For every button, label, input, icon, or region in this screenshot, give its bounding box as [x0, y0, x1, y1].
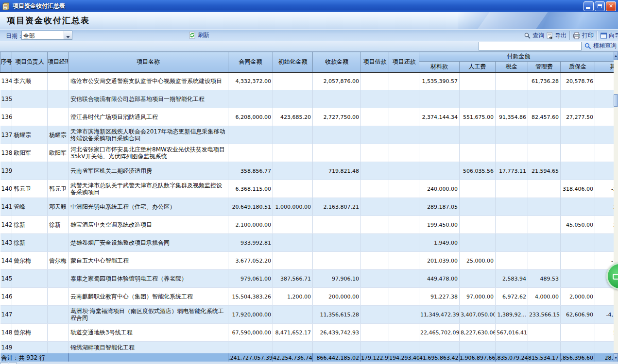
- cell-project-name: 葛洲坝·海棠福湾项目（南区度假式酒店）弱电智能化系统工程合同: [69, 306, 228, 324]
- cell-init: [273, 234, 313, 252]
- export-label: 导出: [555, 32, 566, 40]
- scroll-down-arrow[interactable]: ▼: [614, 353, 618, 362]
- cell-project-name: 雄宝酒店中央空调系统改造项目: [69, 216, 228, 234]
- cell-leader: 徐新: [12, 216, 48, 234]
- restore-button[interactable]: [595, 1, 605, 11]
- print-button[interactable]: 打印: [573, 32, 594, 40]
- cell-receipt: 97,906.10: [313, 270, 361, 288]
- vertical-scrollbar[interactable]: ▲ ▼: [614, 51, 618, 362]
- hscroll-thumb[interactable]: [9, 362, 17, 364]
- combobox-dropdown-button[interactable]: [64, 31, 72, 39]
- cell-tax: [496, 180, 528, 198]
- cell-no: 141: [0, 198, 12, 216]
- search-input[interactable]: [479, 42, 582, 50]
- cell-contract: 358,856.77: [228, 162, 273, 180]
- summary-table: 序号 项目负责人 项目经理 项目名称 合同金额 初始化金额 收款金额 项目借款 …: [0, 51, 618, 364]
- cell-material: 201,039.00: [419, 252, 460, 270]
- horizontal-scrollbar[interactable]: [0, 362, 618, 364]
- cell-manager: 邓天毅: [48, 198, 69, 216]
- cell-leader: [12, 108, 48, 126]
- wizard-label: 向导: [609, 32, 618, 40]
- cell-repay: [389, 324, 419, 342]
- scroll-up-arrow[interactable]: ▲: [614, 51, 618, 60]
- table-row[interactable]: 137 杨耀宗 杨耀宗 天津市滨海新区残疾人联合会2017年动态更新信息采集移动…: [0, 126, 618, 144]
- cell-contract: 6,208,000.00: [228, 108, 273, 126]
- scrollbar-thumb[interactable]: [614, 94, 618, 107]
- table-row[interactable]: 148 曾尔梅 轨道交通地铁3号线工程 67,590,000.00 8,471,…: [0, 324, 618, 342]
- cell-loan: [361, 324, 389, 342]
- cell-repay: [389, 198, 419, 216]
- refresh-label: 刷新: [198, 31, 209, 39]
- cell-no: 147: [0, 306, 12, 324]
- cell-project-name: 云南省军区机关二期经济适用房: [69, 162, 228, 180]
- date-combobox[interactable]: 全部: [21, 31, 72, 40]
- table-row[interactable]: 145 泰康之家蜀园项目体验馆弱电工程（养老院） 979,061.00 387,…: [0, 270, 618, 288]
- export-button[interactable]: 导出: [546, 32, 566, 40]
- table-row[interactable]: 144 曾尔梅 曾尔梅 蒙自五大中心智能工程 3,677,052.20 201,…: [0, 252, 618, 270]
- table-row[interactable]: 134 李六顺 临沧市公安局交通警察支队监管中心视频监管系统建设项目 4,332…: [0, 72, 618, 90]
- cell-receipt: [313, 252, 361, 270]
- close-button[interactable]: ✕: [606, 1, 616, 11]
- cell-tax: [496, 126, 528, 144]
- cell-receipt: 11,356,615.28: [313, 306, 361, 324]
- table-row[interactable]: 135 安信联合物流有限公司总部基地项目一期智能化工程: [0, 90, 618, 108]
- refresh-button[interactable]: 刷新: [189, 31, 209, 39]
- table-row[interactable]: 146 云南麒麟职业教育中心（集团）智能化系统工程 15,504,383.26 …: [0, 288, 618, 306]
- total-quality: ,856,396.60: [561, 353, 595, 363]
- cell-quality: [561, 198, 595, 216]
- cell-init: [273, 162, 313, 180]
- cell-loan: [361, 216, 389, 234]
- total-contract: ,241,727,057.39: [228, 353, 273, 363]
- cell-labor: [460, 234, 496, 252]
- cell-no: 140: [0, 180, 12, 198]
- wizard-button[interactable]: 向导: [600, 32, 618, 40]
- table-row[interactable]: 139 云南省军区机关二期经济适用房 358,856.77 719,821.48…: [0, 162, 618, 180]
- column-header-init: 初始化金额: [273, 52, 313, 72]
- hscroll-left-button[interactable]: [0, 362, 8, 364]
- cell-init: 1,000,000.00: [273, 198, 313, 216]
- minimize-button[interactable]: [584, 1, 594, 11]
- cell-tax: 1,389,92...: [496, 306, 528, 324]
- table-row[interactable]: 141 管峰 邓天毅 中洲阳光弱电系统工程（住宅、办公区） 20,649,180…: [0, 198, 618, 216]
- cell-labor: [460, 144, 496, 162]
- restore-icon: [598, 4, 602, 8]
- table-row[interactable]: 138 欧阳军 欧阳军 河北省张家口市怀安县北庄堡村8MW农业光伏扶贫发电项目3…: [0, 144, 618, 162]
- cell-init: [273, 306, 313, 324]
- cell-contract: 17,920,000.00: [228, 306, 273, 324]
- table-header: 序号 项目负责人 项目经理 项目名称 合同金额 初始化金额 收款金额 项目借款 …: [0, 52, 618, 72]
- fuzzy-query-button[interactable]: 模糊查询: [584, 42, 618, 50]
- cell-manager: [48, 108, 69, 126]
- cell-manager: [48, 288, 69, 306]
- cell-mgmt: [528, 342, 561, 353]
- table-row[interactable]: 149 锦绣湖畔项目智能化工程: [0, 342, 618, 353]
- table-row[interactable]: 143 徐新 楚雄卷烟厂安全设施整改项目承揽合同 933,992.81 1,94…: [0, 234, 618, 252]
- cell-tax: 2,583.94: [496, 270, 528, 288]
- column-header-tax: 税金: [496, 62, 528, 72]
- cell-leader: 曾尔梅: [12, 324, 48, 342]
- cell-receipt: 719,821.48: [313, 162, 361, 180]
- cell-contract: [228, 342, 273, 353]
- cell-tax: [496, 72, 528, 90]
- cell-project-name: 锦绣湖畔项目智能化工程: [69, 342, 228, 353]
- table-row[interactable]: 147 葛洲坝·海棠福湾项目（南区度假式酒店）弱电智能化系统工程合同 17,92…: [0, 306, 618, 324]
- table-row[interactable]: 136 澄江县时代广场项目消防通风工程 6,208,000.00 423,685…: [0, 108, 618, 126]
- cell-repay: [389, 306, 419, 324]
- table-row[interactable]: 142 徐新 徐新 雄宝酒店中央空调系统改造项目 2,100,000.00 19…: [0, 216, 618, 234]
- query-button[interactable]: 查询: [524, 32, 544, 40]
- cell-manager: [48, 90, 69, 108]
- cell-repay: [389, 90, 419, 108]
- cell-quality: 20,578.76: [561, 72, 595, 90]
- cell-no: 146: [0, 288, 12, 306]
- cell-contract: 67,590,000.00: [228, 324, 273, 342]
- table-row[interactable]: 140 韩元卫 韩元卫 武警天津市总队关于武警天津市总队数字集群及视频监控设备采…: [0, 180, 618, 198]
- cell-quality: [561, 234, 595, 252]
- cell-repay: [389, 144, 419, 162]
- cell-loan: [361, 270, 389, 288]
- cell-mgmt: 233,566.15: [528, 306, 561, 324]
- total-row: 合计：共 932 行 ,241,727,057.39 42,254,736.74…: [0, 353, 618, 363]
- cell-mgmt: 489.53: [528, 270, 561, 288]
- cell-no: 139: [0, 162, 12, 180]
- cell-no: 148: [0, 324, 12, 342]
- cell-repay: [389, 180, 419, 198]
- cell-tax: 17,773.11: [496, 162, 528, 180]
